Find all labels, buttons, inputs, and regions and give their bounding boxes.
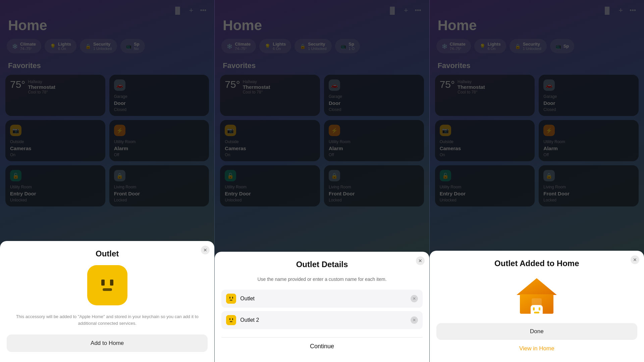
modal-overlay: ✕ Outlet Added to Home Done View in Home	[430, 0, 644, 362]
outlet-item-clear-button[interactable]: ✕	[411, 316, 418, 324]
modal-overlay: ✕ Outlet This accessory will be added to…	[0, 0, 214, 362]
outlet-details-modal: ✕ Outlet Details Use the name provided o…	[215, 252, 429, 362]
phone-panel-panel2: ▐▌ + ••• Home ❄️ Climate 74–75° 💡 Lights…	[215, 0, 429, 362]
modal-overlay: ✕ Outlet Details Use the name provided o…	[215, 0, 429, 362]
outlet-item-outlet1: Outlet ✕	[221, 290, 422, 308]
modal-subtitle: Use the name provided or enter a custom …	[221, 276, 422, 283]
outlet-item-outlet2: Outlet 2 ✕	[221, 311, 422, 329]
modal-title: Outlet Details	[221, 260, 422, 269]
outlet-item-name: Outlet 2	[240, 317, 406, 323]
svg-marker-0	[517, 278, 557, 295]
outlet-icon	[7, 265, 208, 305]
outlet-added-icon	[436, 275, 637, 315]
continue-button[interactable]: Continue	[221, 337, 422, 355]
modal-title: Outlet	[7, 249, 208, 258]
add-to-home-button[interactable]: Add to Home	[7, 335, 208, 352]
modal-close-button[interactable]: ✕	[201, 246, 210, 254]
modal-description: This accessory will be added to "Apple H…	[7, 313, 208, 326]
view-in-home-button[interactable]: View in Home	[436, 345, 637, 352]
svg-rect-4	[533, 307, 535, 310]
outlet-added-modal: ✕ Outlet Added to Home Done View in Home	[430, 251, 644, 362]
outlet-item-clear-button[interactable]: ✕	[411, 295, 418, 302]
svg-rect-3	[531, 305, 543, 315]
outlet-item-icon	[226, 294, 236, 304]
done-button[interactable]: Done	[436, 323, 637, 340]
modal-close-button[interactable]: ✕	[416, 256, 425, 265]
svg-rect-5	[539, 307, 540, 310]
modal-title: Outlet Added to Home	[436, 259, 637, 268]
outlet-item-icon	[226, 315, 236, 325]
house-svg	[513, 275, 560, 315]
outlet-item-name: Outlet	[240, 296, 406, 302]
svg-rect-6	[534, 312, 539, 313]
modal-close-button[interactable]: ✕	[631, 255, 639, 264]
phone-panel-panel1: ▐▌ + ••• Home ❄️ Climate 74–75° 💡 Lights…	[0, 0, 215, 362]
outlet-modal: ✕ Outlet This accessory will be added to…	[0, 241, 214, 362]
phone-panel-panel3: ▐▌ + ••• Home ❄️ Climate 74–75° 💡 Lights…	[430, 0, 644, 362]
